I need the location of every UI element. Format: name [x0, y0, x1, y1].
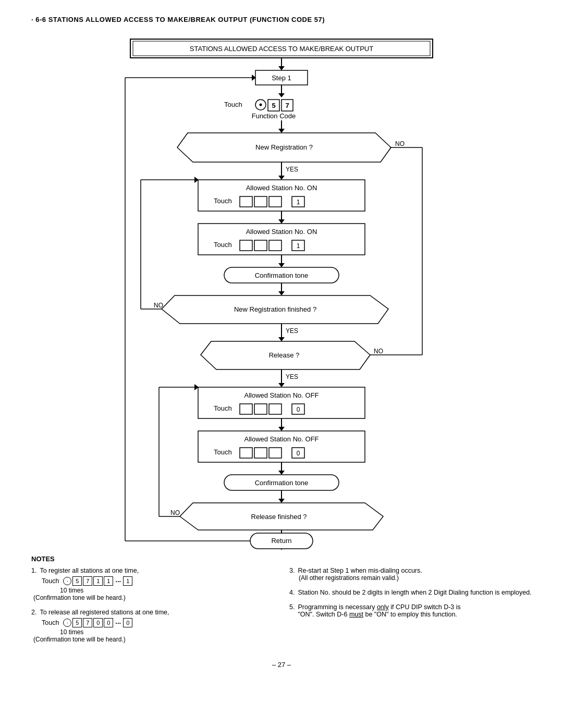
svg-text:5: 5: [272, 102, 275, 109]
top-box-text: STATIONS ALLOWED ACCESS TO MAKE/BREAK OU…: [190, 45, 373, 53]
note-5: 5. Programming is necessary only if CPU …: [289, 603, 532, 618]
page-number: – 27 –: [31, 661, 532, 669]
note-1-num: 1.: [31, 567, 36, 574]
svg-text:1: 1: [297, 199, 300, 206]
svg-marker-37: [278, 291, 285, 295]
touch-label-4: Touch: [214, 404, 232, 412]
svg-rect-28: [240, 240, 252, 251]
note-1-keys: · 5 7 1 1 ··· 1: [63, 576, 132, 586]
note-5-text: Programming is necessary only if CPU DIP…: [298, 603, 475, 618]
touch-label-2: Touch: [214, 197, 232, 205]
no-label-1: NO: [395, 140, 405, 147]
no-label-2: NO: [154, 302, 163, 309]
note-2-text: To release all registered stations at on…: [40, 609, 169, 616]
svg-rect-59: [240, 448, 252, 458]
svg-rect-53: [269, 404, 282, 414]
note-1-sub: 10 times: [60, 587, 274, 594]
notes-left: 1. To register all stations at one time,…: [31, 567, 274, 650]
svg-rect-20: [240, 196, 252, 207]
flowchart-container: STATIONS ALLOWED ACCESS TO MAKE/BREAK OU…: [31, 34, 532, 550]
note-2-sub2: (Confirmation tone will be heard.): [33, 636, 274, 643]
svg-marker-18: [278, 176, 285, 180]
note-4: 4. Station No. should be 2 digits in len…: [289, 589, 532, 596]
svg-marker-14: [278, 129, 285, 133]
svg-rect-60: [254, 448, 267, 458]
note-1-sub2: (Confirmation tone will be heard.): [33, 594, 274, 601]
note-4-text: Station No. should be 2 digits in length…: [298, 589, 531, 596]
conf-tone-2: Confirmation tone: [255, 479, 309, 487]
yes-label-3: YES: [286, 373, 298, 380]
page-header: · 6-6 STATIONS ALLOWED ACCESS TO MAKE/BR…: [31, 16, 532, 23]
svg-marker-49: [278, 383, 285, 387]
svg-rect-22: [269, 196, 282, 207]
no-label-4: NO: [170, 509, 180, 516]
release-q: Release ?: [269, 351, 300, 359]
return-box: Return: [271, 537, 291, 545]
notes-right: 3. Re-start at Step 1 when mis-dialing o…: [289, 567, 532, 650]
note-5-num: 5.: [289, 603, 295, 618]
svg-point-8: [260, 104, 262, 106]
allowed-on-2-title: Allowed Station No. ON: [246, 228, 317, 236]
svg-marker-44: [278, 337, 285, 341]
notes-section: NOTES 1. To register all stations at one…: [31, 555, 532, 650]
notes-title: NOTES: [31, 555, 532, 563]
note-3-sub: (All other registrations remain valid.): [299, 574, 532, 582]
svg-rect-29: [254, 240, 267, 251]
note-1: 1. To register all stations at one time,…: [31, 567, 274, 601]
note-2-keys: · 5 7 0 0 ··· 0: [63, 618, 132, 627]
note-1-text: To register all stations at one time,: [40, 567, 139, 574]
note-2-num: 2.: [31, 609, 36, 616]
conf-tone-1: Confirmation tone: [255, 272, 309, 279]
svg-text:1: 1: [297, 242, 300, 250]
svg-marker-65: [278, 471, 285, 475]
svg-text:0: 0: [297, 406, 300, 413]
touch-label-1: Touch: [224, 101, 242, 108]
svg-marker-26: [278, 219, 285, 224]
svg-marker-57: [278, 427, 285, 431]
svg-marker-6: [278, 93, 285, 97]
svg-rect-30: [269, 240, 282, 251]
svg-marker-3: [278, 66, 285, 70]
svg-rect-61: [269, 448, 282, 458]
step1-text: Step 1: [272, 74, 291, 82]
note-3: 3. Re-start at Step 1 when mis-dialing o…: [289, 567, 532, 582]
note-2: 2. To release all registered stations at…: [31, 609, 274, 643]
svg-marker-34: [278, 263, 285, 267]
svg-rect-52: [254, 404, 267, 414]
release-finished: Release finished ?: [251, 513, 307, 521]
svg-rect-51: [240, 404, 252, 414]
no-label-3: NO: [374, 348, 383, 355]
touch-label-5: Touch: [214, 448, 232, 456]
allowed-off-2-title: Allowed Station No. OFF: [244, 435, 319, 443]
svg-rect-21: [254, 196, 267, 207]
svg-text:7: 7: [285, 102, 289, 109]
allowed-on-1-title: Allowed Station No. ON: [246, 184, 317, 192]
svg-marker-68: [278, 499, 285, 503]
note-3-text: Re-start at Step 1 when mis-dialing occu…: [298, 567, 422, 574]
new-reg-finished: New Registration finished ?: [234, 305, 316, 313]
yes-label-1: YES: [286, 166, 298, 173]
allowed-off-1-title: Allowed Station No. OFF: [244, 391, 319, 399]
new-reg-text: New Registration ?: [255, 143, 313, 151]
function-code-label: Function Code: [252, 112, 296, 120]
note-2-sub: 10 times: [60, 628, 274, 636]
note-3-num: 3.: [289, 567, 295, 574]
note-1-touch: Touch: [42, 577, 59, 585]
yes-label-2: YES: [286, 327, 298, 335]
svg-text:0: 0: [297, 450, 300, 457]
note-4-num: 4.: [289, 589, 295, 596]
note-2-touch: Touch: [42, 619, 59, 626]
touch-label-3: Touch: [214, 241, 232, 249]
